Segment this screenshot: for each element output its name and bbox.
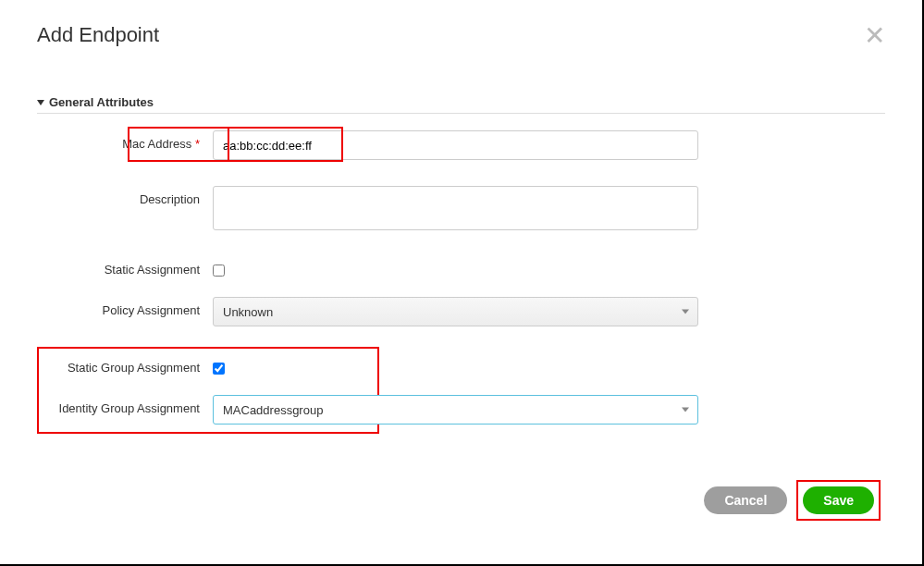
chevron-down-icon bbox=[37, 100, 44, 105]
label-static-group-assignment: Static Group Assignment bbox=[51, 354, 213, 375]
chevron-down-icon bbox=[682, 310, 689, 314]
add-endpoint-modal: Add Endpoint ✕ General Attributes Mac Ad… bbox=[0, 0, 922, 539]
label-description: Description bbox=[51, 186, 213, 206]
label-mac-address: Mac Address * bbox=[51, 130, 213, 151]
cancel-button[interactable]: Cancel bbox=[704, 486, 787, 514]
row-identity-group-assignment: Identity Group Assignment MACaddressgrou… bbox=[51, 395, 885, 424]
highlight-save-button: Save bbox=[796, 480, 881, 521]
divider bbox=[37, 113, 885, 114]
row-static-assignment: Static Assignment bbox=[51, 256, 885, 277]
row-static-group-assignment: Static Group Assignment bbox=[51, 354, 885, 375]
mac-address-input[interactable] bbox=[213, 130, 698, 160]
row-description: Description bbox=[51, 186, 885, 230]
section-header-general[interactable]: General Attributes bbox=[37, 95, 885, 109]
policy-assignment-select[interactable]: Unknown bbox=[213, 297, 698, 326]
close-icon[interactable]: ✕ bbox=[864, 23, 885, 49]
row-policy-assignment: Policy Assignment Unknown bbox=[51, 297, 885, 326]
save-button[interactable]: Save bbox=[803, 486, 874, 514]
form-body: Mac Address * Description Static Assignm… bbox=[37, 130, 885, 424]
description-input[interactable] bbox=[213, 186, 698, 230]
label-static-assignment: Static Assignment bbox=[51, 256, 213, 277]
static-group-assignment-checkbox[interactable] bbox=[213, 363, 225, 375]
section-title: General Attributes bbox=[49, 95, 154, 109]
identity-group-assignment-select[interactable]: MACaddressgroup bbox=[213, 395, 698, 424]
modal-title: Add Endpoint bbox=[37, 23, 159, 47]
policy-assignment-value: Unknown bbox=[223, 305, 273, 319]
identity-group-value: MACaddressgroup bbox=[223, 403, 323, 417]
modal-header: Add Endpoint ✕ bbox=[37, 23, 885, 49]
button-row: Cancel Save bbox=[37, 480, 885, 521]
label-policy-assignment: Policy Assignment bbox=[51, 297, 213, 317]
label-identity-group-assignment: Identity Group Assignment bbox=[51, 395, 213, 415]
row-mac-address: Mac Address * bbox=[51, 130, 885, 160]
static-assignment-checkbox[interactable] bbox=[213, 265, 225, 277]
chevron-down-icon bbox=[682, 408, 689, 412]
